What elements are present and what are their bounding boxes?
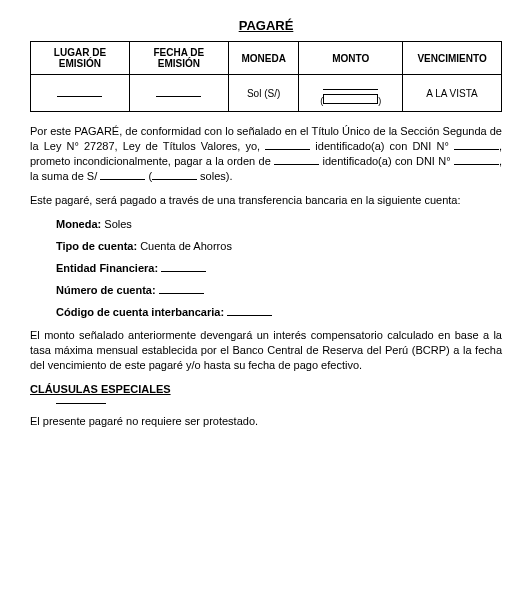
th-lugar: LUGAR DE EMISIÓN (31, 42, 130, 75)
account-details: Moneda: Soles Tipo de cuenta: Cuenta de … (30, 218, 502, 318)
document-title: PAGARÉ (30, 18, 502, 33)
blank-field (454, 155, 499, 165)
blank-field (161, 262, 206, 272)
td-lugar (31, 75, 130, 112)
blank-field (100, 170, 145, 180)
th-fecha: FECHA DE EMISIÓN (129, 42, 228, 75)
row-numero: Número de cuenta: (56, 284, 502, 296)
blank-field (274, 155, 319, 165)
th-monto: MONTO (299, 42, 403, 75)
short-rule (56, 403, 106, 404)
paragraph-1: Por este PAGARÉ, de conformidad con lo s… (30, 124, 502, 183)
blank-field (265, 140, 310, 150)
td-fecha (129, 75, 228, 112)
td-moneda: Sol (S/) (228, 75, 299, 112)
td-monto: () (299, 75, 403, 112)
row-tipo: Tipo de cuenta: Cuenta de Ahorros (56, 240, 502, 252)
blank-field (159, 284, 204, 294)
td-venc: A LA VISTA (403, 75, 502, 112)
row-cci: Código de cuenta interbancaria: (56, 306, 502, 318)
blank-field (227, 306, 272, 316)
monto-box (323, 94, 378, 104)
blank-field (152, 170, 197, 180)
blank-field (57, 87, 102, 97)
blank-field (156, 87, 201, 97)
blank-field (454, 140, 499, 150)
th-venc: VENCIMIENTO (403, 42, 502, 75)
blank-field (323, 80, 378, 90)
paragraph-2: Este pagaré, será pagado a través de una… (30, 193, 502, 208)
paragraph-3: El monto señalado anteriormente devengar… (30, 328, 502, 373)
header-table: LUGAR DE EMISIÓN FECHA DE EMISIÓN MONEDA… (30, 41, 502, 112)
row-entidad: Entidad Financiera: (56, 262, 502, 274)
th-moneda: MONEDA (228, 42, 299, 75)
clauses-heading: CLÁUSULAS ESPECIALES (30, 383, 502, 395)
row-moneda: Moneda: Soles (56, 218, 502, 230)
paragraph-4: El presente pagaré no requiere ser prote… (30, 414, 502, 429)
